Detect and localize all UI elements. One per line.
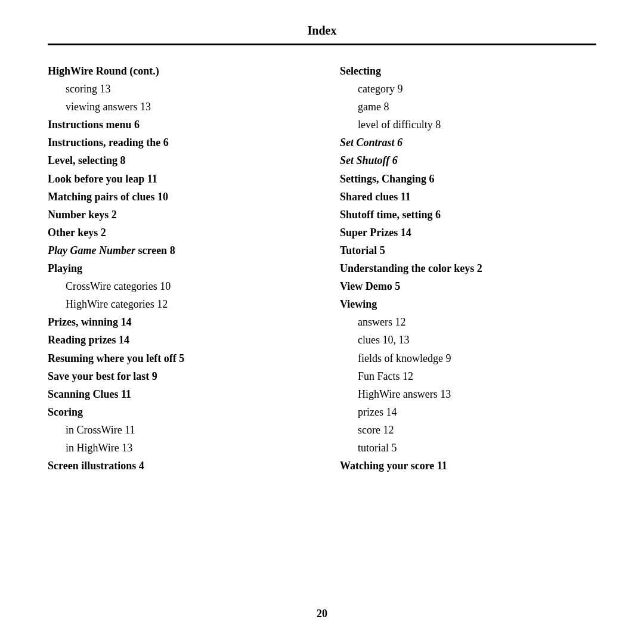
left-entry-10: Play Game Number screen 8 — [48, 243, 304, 258]
right-entry-14: answers 12 — [340, 314, 596, 330]
right-entry-1: category 9 — [340, 81, 596, 97]
left-entry-13: HighWire categories 12 — [48, 296, 304, 312]
right-entry-0: Selecting — [340, 63, 596, 79]
right-column: Selectingcategory 9game 8level of diffic… — [340, 63, 596, 596]
left-entry-0: HighWire Round (cont.) — [48, 63, 304, 79]
right-entry-2: game 8 — [340, 99, 596, 114]
right-entry-18: HighWire answers 13 — [340, 386, 596, 402]
right-entry-6: Settings, Changing 6 — [340, 171, 596, 187]
left-entry-15: Reading prizes 14 — [48, 332, 304, 348]
left-entry-9: Other keys 2 — [48, 225, 304, 240]
right-entry-8: Shutoff time, setting 6 — [340, 207, 596, 222]
right-entry-16: fields of knowledge 9 — [340, 351, 596, 366]
left-entry-11: Playing — [48, 261, 304, 276]
right-entry-10: Tutorial 5 — [340, 243, 596, 258]
left-entry-22: Screen illustrations 4 — [48, 458, 304, 473]
page-number: 20 — [48, 608, 596, 620]
right-entry-20: score 12 — [340, 422, 596, 438]
left-entry-8: Number keys 2 — [48, 207, 304, 222]
right-entry-12: View Demo 5 — [340, 278, 596, 294]
right-entry-21: tutorial 5 — [340, 440, 596, 456]
right-entry-9: Super Prizes 14 — [340, 225, 596, 240]
title-divider — [48, 44, 596, 45]
right-entry-4: Set Contrast 6 — [340, 135, 596, 150]
right-entry-19: prizes 14 — [340, 404, 596, 420]
left-entry-17: Save your best for last 9 — [48, 369, 304, 384]
left-entry-20: in CrossWire 11 — [48, 422, 304, 438]
left-entry-16: Resuming where you left off 5 — [48, 351, 304, 366]
left-entry-3: Instructions menu 6 — [48, 117, 304, 132]
left-entry-19: Scoring — [48, 404, 304, 420]
left-entry-21: in HighWire 13 — [48, 440, 304, 456]
left-entry-18: Scanning Clues 11 — [48, 386, 304, 402]
right-entry-11: Understanding the color keys 2 — [340, 261, 596, 276]
left-entry-12: CrossWire categories 10 — [48, 278, 304, 294]
left-entry-1: scoring 13 — [48, 81, 304, 97]
left-entry-4: Instructions, reading the 6 — [48, 135, 304, 150]
right-entry-7: Shared clues 11 — [340, 189, 596, 205]
left-column: HighWire Round (cont.)scoring 13viewing … — [48, 63, 304, 596]
right-entry-13: Viewing — [340, 296, 596, 312]
left-entry-14: Prizes, winning 14 — [48, 314, 304, 330]
left-entry-2: viewing answers 13 — [48, 99, 304, 114]
left-entry-7: Matching pairs of clues 10 — [48, 189, 304, 205]
right-entry-3: level of difficulty 8 — [340, 117, 596, 132]
left-entry-6: Look before you leap 11 — [48, 171, 304, 187]
left-entry-5: Level, selecting 8 — [48, 153, 304, 168]
right-entry-5: Set Shutoff 6 — [340, 153, 596, 168]
right-entry-15: clues 10, 13 — [340, 332, 596, 348]
right-entry-22: Watching your score 11 — [340, 458, 596, 473]
page-title: Index — [48, 24, 596, 38]
right-entry-17: Fun Facts 12 — [340, 369, 596, 384]
page: Index HighWire Round (cont.)scoring 13vi… — [0, 0, 644, 644]
index-columns: HighWire Round (cont.)scoring 13viewing … — [48, 63, 596, 596]
